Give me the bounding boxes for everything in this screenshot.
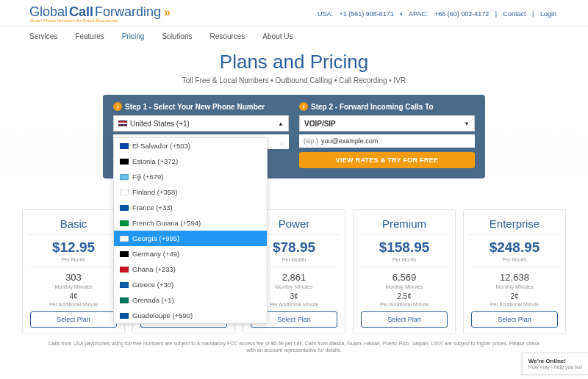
plan-minutes: 12,638 <box>468 272 561 283</box>
view-rates-button[interactable]: VIEW RATES & TRY FOR FREE <box>299 152 475 168</box>
flag-icon <box>120 159 129 165</box>
country-option[interactable]: Georgia (+995) <box>114 231 267 246</box>
logo-arrows-icon: » <box>164 6 168 19</box>
country-option[interactable]: Grenada (+1) <box>114 292 267 308</box>
country-option-label: France (+33) <box>132 203 173 212</box>
plan-name: Premium <box>358 217 451 235</box>
forward-selected: VOIP/SIP <box>304 120 336 128</box>
chevron-down-icon: ▼ <box>464 120 470 127</box>
plan-price: $158.95 <box>358 239 451 256</box>
country-option-label: Estonia (+372) <box>132 157 178 165</box>
us-flag-icon <box>118 120 127 126</box>
flag-icon <box>120 174 129 180</box>
country-option-label: Greece (+30) <box>132 281 173 289</box>
flag-icon <box>120 282 129 288</box>
country-select[interactable]: United States (+1) ▲ <box>113 115 289 131</box>
info-icon: i <box>113 102 122 111</box>
step2-title: Step 2 - Forward Incoming Calls To <box>311 103 434 111</box>
country-option-label: Guadeloupe (+590) <box>132 311 193 320</box>
forward-select[interactable]: VOIP/SIP ▼ <box>299 115 475 131</box>
country-option[interactable]: Ghana (+233) <box>114 261 267 277</box>
sip-input[interactable]: (sip:) you@example.com <box>299 134 475 148</box>
login-link[interactable]: Login <box>540 10 556 18</box>
logo[interactable]: GlobalCallForwarding» Smart Phone Number… <box>29 4 168 23</box>
chevron-up-icon: ▲ <box>278 120 284 127</box>
nav-solutions[interactable]: Solutions <box>162 32 192 40</box>
logo-text-c: Forwarding <box>95 4 161 20</box>
country-option[interactable]: Germany (+49) <box>114 246 267 261</box>
plan-per: Per Month <box>468 257 561 267</box>
footer-disclaimer: Calls from USA payphones using toll free… <box>0 334 588 353</box>
country-option-label: El Salvador (+503) <box>132 142 190 150</box>
nav-features[interactable]: Features <box>75 32 104 40</box>
flag-icon <box>120 143 129 149</box>
country-option-label: Georgia (+995) <box>132 234 179 242</box>
chat-title: We're Online! <box>528 358 582 364</box>
plan-card: Premium$158.95Per Month6,569Monthly Minu… <box>353 209 456 334</box>
flag-icon <box>120 267 129 272</box>
topbar: GlobalCallForwarding» Smart Phone Number… <box>0 0 588 26</box>
phone-usa-label: USA: <box>318 10 333 18</box>
flag-icon <box>120 236 129 242</box>
country-option[interactable]: Fiji (+679) <box>114 169 267 184</box>
country-option-label: Grenada (+1) <box>132 296 174 304</box>
select-plan-button[interactable]: Select Plan <box>30 311 117 328</box>
step-2: iStep 2 - Forward Incoming Calls To VOIP… <box>299 102 475 168</box>
main-nav: Services Features Pricing Solutions Reso… <box>0 26 588 46</box>
flag-icon <box>120 251 129 257</box>
chat-sub: How may I help you tod <box>528 364 582 369</box>
sip-prefix: (sip:) <box>304 137 318 145</box>
phone-apac[interactable]: +66 (60) 002-4172 <box>434 10 489 18</box>
plan-name: Basic <box>27 217 120 235</box>
nav-pricing[interactable]: Pricing <box>122 32 145 40</box>
plans-row: Basic$12.95Per Month303Monthly Minutes4¢… <box>0 209 588 334</box>
country-option-label: Finland (+358) <box>132 188 178 196</box>
phone-apac-label: APAC: <box>409 10 428 18</box>
country-option[interactable]: Estonia (+372) <box>114 154 267 169</box>
sip-value: you@example.com <box>321 137 378 145</box>
plan-rate-label: Per Additional Minute <box>358 302 451 307</box>
flag-icon <box>120 297 129 303</box>
hero: Plans and Pricing Toll Free & Local Numb… <box>0 46 588 87</box>
page-subtitle: Toll Free & Local Numbers • Outbound Cal… <box>0 76 588 84</box>
select-plan-button[interactable]: Select Plan <box>361 311 448 328</box>
country-option[interactable]: Greece (+30) <box>114 277 267 292</box>
country-selected: United States (+1) <box>130 120 190 128</box>
logo-text-a: Global <box>29 4 68 20</box>
flag-icon <box>120 220 129 226</box>
phone-usa[interactable]: +1 (561) 908-6171 <box>340 10 394 18</box>
chat-widget[interactable]: We're Online! How may I help you tod <box>522 353 588 375</box>
nav-services[interactable]: Services <box>29 32 57 40</box>
step1-title: Step 1 - Select Your New Phone Number <box>125 103 265 111</box>
contact-link[interactable]: Contact <box>503 10 526 18</box>
plan-rate: 2¢ <box>468 292 561 300</box>
plan-card: Basic$12.95Per Month303Monthly Minutes4¢… <box>22 209 125 334</box>
country-dropdown: El Salvador (+503)Estonia (+372)Fiji (+6… <box>113 137 268 324</box>
plan-price: $248.95 <box>468 239 561 256</box>
plan-minutes-label: Monthly Minutes <box>27 284 120 289</box>
country-option[interactable]: French Guiana (+594) <box>114 215 267 231</box>
step-1: iStep 1 - Select Your New Phone Number U… <box>113 102 289 168</box>
nav-resources[interactable]: Resources <box>210 32 245 40</box>
top-links: USA: +1 (561) 908-6171 • APAC: +66 (60) … <box>315 10 559 18</box>
country-option[interactable]: Finland (+358) <box>114 184 267 200</box>
select-plan-button[interactable]: Select Plan <box>471 311 558 328</box>
plan-rate-label: Per Additional Minute <box>468 302 561 307</box>
info-icon: i <box>299 102 308 111</box>
flag-icon <box>120 190 129 195</box>
flag-icon <box>120 313 129 319</box>
plan-per: Per Month <box>27 257 120 267</box>
plan-minutes: 6,569 <box>358 272 451 283</box>
country-option-label: French Guiana (+594) <box>132 219 201 227</box>
plan-rate: 4¢ <box>27 292 120 300</box>
plan-per: Per Month <box>358 257 451 267</box>
plan-rate: 2.5¢ <box>358 292 451 300</box>
plan-minutes-label: Monthly Minutes <box>468 284 561 289</box>
country-option[interactable]: France (+33) <box>114 200 267 215</box>
country-option[interactable]: Guadeloupe (+590) <box>114 308 267 323</box>
nav-about[interactable]: About Us <box>262 32 293 40</box>
plan-name: Enterprise <box>468 217 561 235</box>
plan-price: $12.95 <box>27 239 120 256</box>
country-option[interactable]: El Salvador (+503) <box>114 138 267 154</box>
page-title: Plans and Pricing <box>0 51 588 73</box>
